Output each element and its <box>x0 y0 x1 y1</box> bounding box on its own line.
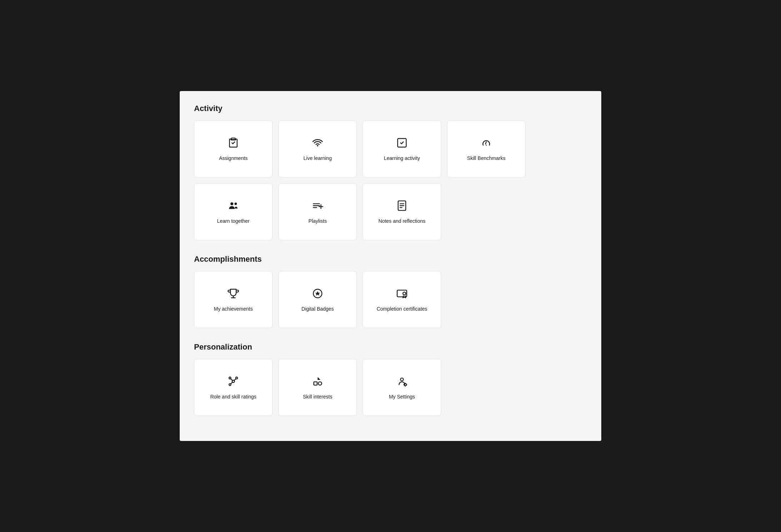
svg-line-25 <box>231 378 233 380</box>
svg-marker-28 <box>318 377 320 380</box>
svg-line-26 <box>234 378 236 380</box>
card-playlists[interactable]: Playlists <box>278 183 357 240</box>
card-my-settings-label: My Settings <box>389 394 415 400</box>
svg-point-4 <box>230 202 233 205</box>
card-live-learning[interactable]: Live learning <box>278 120 357 177</box>
section-activity-title: Activity <box>194 104 587 113</box>
card-my-achievements[interactable]: My achievements <box>194 271 273 328</box>
section-personalization-title: Personalization <box>194 342 587 352</box>
personalization-cards-grid: Role and skill ratings Skill interests <box>194 359 587 416</box>
group-users-icon <box>228 200 239 213</box>
card-skill-interests-label: Skill interests <box>303 394 332 400</box>
card-digital-badges[interactable]: Digital Badges <box>278 271 357 328</box>
card-digital-badges-label: Digital Badges <box>302 306 334 312</box>
section-personalization: Personalization Role and skill ratings <box>194 342 587 416</box>
card-playlists-label: Playlists <box>308 218 327 224</box>
section-activity: Activity Assignments <box>194 104 587 240</box>
section-accomplishments: Accomplishments My achievements <box>194 255 587 328</box>
accomplishments-cards-grid: My achievements Digital Badges <box>194 271 587 328</box>
card-completion-certificates-label: Completion certificates <box>377 306 427 312</box>
card-assignments-label: Assignments <box>219 155 248 161</box>
card-skill-benchmarks-label: Skill Benchmarks <box>467 155 505 161</box>
speed-gauge-icon <box>481 137 492 150</box>
chart-check-icon <box>396 137 408 150</box>
svg-rect-29 <box>314 382 317 385</box>
document-lines-icon <box>396 200 408 213</box>
badge-star-icon <box>312 288 323 301</box>
activity-cards-grid: Assignments Live learning <box>194 120 587 240</box>
card-completion-certificates[interactable]: Completion certificates <box>363 271 441 328</box>
card-my-settings[interactable]: My Settings <box>363 359 441 416</box>
card-learn-together[interactable]: Learn together <box>194 183 273 240</box>
section-accomplishments-title: Accomplishments <box>194 255 587 264</box>
card-my-achievements-label: My achievements <box>214 306 253 312</box>
card-role-skill-ratings-label: Role and skill ratings <box>210 394 256 400</box>
card-role-skill-ratings[interactable]: Role and skill ratings <box>194 359 273 416</box>
card-learning-activity-label: Learning activity <box>384 155 420 161</box>
shape-settings-icon <box>312 376 323 389</box>
card-notes-reflections-label: Notes and reflections <box>378 218 426 224</box>
svg-point-5 <box>234 202 237 205</box>
wifi-signal-icon <box>312 137 323 150</box>
network-icon <box>228 376 239 389</box>
card-learn-together-label: Learn together <box>217 218 249 224</box>
card-learning-activity[interactable]: Learning activity <box>363 120 441 177</box>
svg-point-20 <box>403 292 406 295</box>
svg-point-3 <box>486 145 487 146</box>
svg-point-31 <box>401 378 403 381</box>
user-settings-icon <box>396 376 408 389</box>
card-notes-reflections[interactable]: Notes and reflections <box>363 183 441 240</box>
card-assignments[interactable]: Assignments <box>194 120 273 177</box>
card-live-learning-label: Live learning <box>303 155 332 161</box>
certificate-icon <box>396 288 408 301</box>
card-skill-interests[interactable]: Skill interests <box>278 359 357 416</box>
clipboard-check-icon <box>228 137 239 150</box>
list-add-icon <box>312 200 323 213</box>
trophy-icon <box>228 288 239 301</box>
svg-point-1 <box>317 145 318 146</box>
svg-line-27 <box>231 382 233 384</box>
svg-rect-0 <box>232 138 235 139</box>
card-skill-benchmarks[interactable]: Skill Benchmarks <box>447 120 526 177</box>
main-container: Activity Assignments <box>180 91 601 441</box>
svg-point-30 <box>318 382 322 385</box>
svg-marker-18 <box>315 291 320 296</box>
